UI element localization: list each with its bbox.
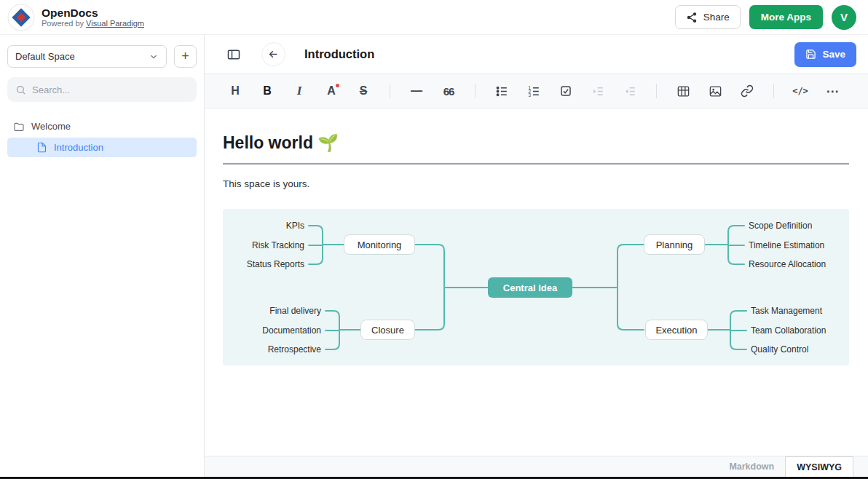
editor-header: Introduction Save [205,35,868,74]
font-color-glyph: A [327,84,336,98]
mindmap-leaf[interactable]: Documentation [223,325,321,336]
editor-footer: Markdown WYSIWYG [205,456,868,477]
search-icon [15,84,26,95]
blockquote-button[interactable]: 66 [439,80,458,102]
brand-block: OpenDocs Powered byVisual Paradigm [42,7,144,28]
share-label: Share [703,12,730,23]
share-button[interactable]: Share [675,5,741,29]
save-button[interactable]: Save [794,42,856,67]
toggle-sidebar-button[interactable] [221,42,246,67]
powered-by: Powered byVisual Paradigm [42,19,144,28]
checklist-button[interactable] [556,80,575,102]
document-heading[interactable]: Hello world 🌱 [223,133,849,153]
mindmap-leaf[interactable]: KPIs [223,220,304,231]
app-logo-icon [7,4,35,31]
mindmap-branch-execution[interactable]: Execution [645,320,708,340]
more-tools-button[interactable]: ⋯ [823,80,842,102]
italic-button[interactable]: I [290,80,309,102]
mindmap-leaf[interactable]: Resource Allocation [749,258,826,270]
mindmap-leaf[interactable]: Timeline Estimation [749,239,824,251]
add-page-button[interactable]: + [174,45,197,68]
mindmap-leaf[interactable]: Status Reports [223,258,304,270]
editor-toolbar: H B I A S — 66 [205,74,868,108]
toolbar-divider [773,84,774,98]
outdent-button[interactable] [620,80,639,102]
indent-button[interactable] [588,80,607,102]
search-input[interactable] [32,84,189,95]
topbar: OpenDocs Powered byVisual Paradigm Share… [0,0,868,35]
space-row: Default Space + [7,45,197,68]
chevron-down-icon [149,52,159,62]
toolbar-divider [475,84,476,98]
markdown-tab[interactable]: Markdown [718,456,785,477]
heading-rule [223,163,849,165]
space-selector-label: Default Space [15,51,75,62]
page-tree: Welcome Introduction [0,116,204,157]
powered-by-text: Powered by [42,19,84,28]
mindmap-leaf[interactable]: Scope Definition [749,220,812,231]
mindmap-branch-planning[interactable]: Planning [644,234,705,255]
space-selector[interactable]: Default Space [7,45,167,68]
tree-item-label: Welcome [31,121,71,132]
sidebar: Default Space + Welcome [0,35,205,477]
horizontal-rule-button[interactable]: — [407,80,426,102]
user-avatar[interactable]: V [832,5,856,30]
mindmap-branch-monitoring[interactable]: Monitoring [344,234,415,255]
main-area: Introduction Save H B I A S — [205,35,868,477]
bold-button[interactable]: B [258,80,277,102]
svg-text:3: 3 [528,92,531,98]
mindmap-leaf[interactable]: Task Management [751,305,822,317]
folder-icon [13,121,25,132]
share-icon [686,12,698,23]
toolbar-divider [390,84,390,98]
mindmap-central-node[interactable]: Central Idea [488,277,572,298]
mindmap-branch-closure[interactable]: Closure [360,320,415,340]
table-button[interactable] [674,80,693,102]
strikethrough-button[interactable]: S [354,80,373,102]
toolbar-divider [656,84,657,98]
search-box[interactable] [7,77,197,102]
body: Default Space + Welcome [0,35,868,477]
back-button[interactable] [261,42,285,66]
app-title: OpenDocs [42,7,144,19]
mindmap-leaf[interactable]: Risk Tracking [223,239,304,251]
link-button[interactable] [738,80,757,102]
document-paragraph[interactable]: This space is yours. [223,178,849,189]
bullet-list-button[interactable] [492,80,511,102]
wysiwyg-tab[interactable]: WYSIWYG [785,456,853,477]
more-apps-button[interactable]: More Apps [749,5,823,29]
mindmap-leaf[interactable]: Retrospective [223,344,321,355]
image-button[interactable] [706,80,725,102]
mindmap-leaf[interactable]: Quality Control [751,344,808,355]
mindmap[interactable]: Central Idea Monitoring Closure Planning… [223,209,849,365]
save-icon [805,49,816,60]
heading-button[interactable]: H [226,80,245,102]
editor-content[interactable]: Hello world 🌱 This space is yours. [205,108,868,456]
document-icon [36,142,47,153]
visual-paradigm-link[interactable]: Visual Paradigm [86,19,144,28]
app-window: OpenDocs Powered byVisual Paradigm Share… [0,0,868,479]
tree-item-introduction[interactable]: Introduction [7,138,197,157]
mindmap-leaf[interactable]: Final delivery [223,305,321,317]
topbar-actions: Share More Apps V [675,5,859,30]
code-block-button[interactable]: </> [791,80,810,102]
numbered-list-button[interactable]: 123 [524,80,543,102]
page-title: Introduction [304,47,374,61]
font-color-button[interactable]: A [322,80,341,102]
color-indicator-dot [336,84,339,87]
mindmap-leaf[interactable]: Team Collaboration [751,325,826,336]
tree-item-welcome[interactable]: Welcome [7,116,197,136]
save-label: Save [822,49,845,60]
tree-item-label: Introduction [54,142,103,153]
